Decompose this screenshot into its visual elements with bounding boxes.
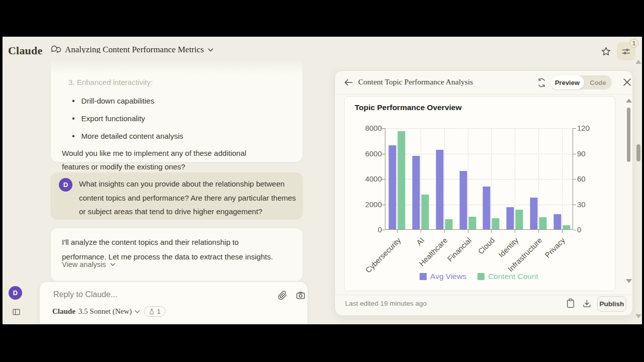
style-count-pill[interactable]: 1 bbox=[144, 306, 166, 317]
conversation-title-menu[interactable]: Analyzing Content Performance Metrics bbox=[51, 45, 213, 55]
bar-group bbox=[530, 198, 546, 229]
x-axis-label: Financial bbox=[445, 236, 472, 263]
bar-group bbox=[459, 171, 476, 229]
x-axis-label: Cybersecurity bbox=[364, 236, 403, 275]
download-icon bbox=[583, 299, 591, 308]
bar-group bbox=[507, 207, 523, 229]
bar-content-count bbox=[468, 217, 476, 229]
bar-group bbox=[413, 156, 429, 229]
axis-tick-label: 0 bbox=[577, 225, 581, 234]
bar-content-count bbox=[539, 217, 546, 229]
bar-avg-views bbox=[483, 187, 491, 229]
favorite-star-button[interactable] bbox=[599, 45, 612, 58]
user-avatar: D bbox=[59, 178, 72, 192]
refresh-icon bbox=[537, 78, 546, 87]
list-item: •Drill-down capabilities bbox=[72, 94, 183, 108]
bar-group bbox=[483, 187, 500, 229]
copy-button[interactable] bbox=[566, 298, 576, 308]
reply-input[interactable]: Reply to Claude... bbox=[53, 290, 117, 299]
chevron-down-icon bbox=[110, 263, 115, 266]
reply-composer[interactable]: Reply to Claude... Claude 3.5 Sonnet (Ne… bbox=[39, 282, 308, 324]
axis-tick-label: 2000 bbox=[365, 200, 382, 209]
sidebar-toggle-button[interactable] bbox=[11, 306, 22, 317]
artifact-panel: Content Topic Performance Analysis Previ… bbox=[335, 70, 633, 316]
chart-legend: Avg ViewsContent Count bbox=[385, 272, 573, 281]
clipboard-icon bbox=[567, 299, 575, 308]
artifact-header: Content Topic Performance Analysis Previ… bbox=[335, 71, 632, 95]
claude-logo: Claude bbox=[8, 44, 42, 57]
legend-swatch bbox=[477, 273, 485, 280]
chevron-down-icon bbox=[135, 310, 140, 313]
download-button[interactable] bbox=[582, 298, 592, 308]
axis-tick-label: 4000 bbox=[365, 174, 382, 184]
numbered-list-item: 3. Enhanced interactivity: bbox=[68, 78, 153, 86]
tab-code[interactable]: Code bbox=[584, 79, 612, 86]
list-item: •Export functionality bbox=[72, 112, 183, 125]
bar-avg-views bbox=[459, 171, 467, 229]
assistant-message-1: 3. Enhanced interactivity: •Drill-down c… bbox=[50, 55, 303, 162]
artifact-title: Content Topic Performance Analysis bbox=[358, 77, 473, 86]
artifact-scrollbar-up-arrow[interactable] bbox=[626, 99, 632, 103]
screenshot-button[interactable] bbox=[295, 290, 306, 301]
publish-button[interactable]: Publish bbox=[597, 296, 626, 312]
controls-count-badge: 1 bbox=[629, 39, 638, 48]
bar-avg-views bbox=[553, 214, 561, 229]
x-axis-label: AI bbox=[415, 236, 426, 247]
bar-content-count bbox=[492, 218, 500, 229]
axis-tick-label: 120 bbox=[577, 124, 590, 133]
attach-file-button[interactable] bbox=[277, 290, 288, 301]
app-window: Claude Analyzing Content Performance Met… bbox=[3, 37, 642, 324]
close-artifact-button[interactable] bbox=[622, 77, 632, 87]
axis-tick-label: 8000 bbox=[365, 124, 382, 133]
bar-avg-views bbox=[507, 207, 514, 229]
artifact-scrollbar-thumb[interactable] bbox=[627, 108, 630, 162]
bar-avg-views bbox=[413, 156, 420, 229]
chart-title: Topic Performance Overview bbox=[355, 103, 462, 112]
legend-item: Content Count bbox=[477, 272, 538, 281]
legend-label: Avg Views bbox=[430, 272, 466, 281]
page-scrollbar-thumb[interactable] bbox=[636, 144, 640, 161]
bar-group bbox=[436, 150, 452, 229]
bar-avg-views bbox=[530, 198, 537, 229]
view-mode-toggle: Preview Code bbox=[550, 75, 612, 89]
page-scrollbar-down-arrow[interactable] bbox=[635, 314, 641, 318]
flask-icon bbox=[149, 309, 154, 315]
feature-bullet-list: •Drill-down capabilities •Export functio… bbox=[72, 94, 183, 147]
sliders-icon bbox=[621, 47, 631, 56]
back-button[interactable] bbox=[343, 76, 355, 88]
axis-tick-label: 30 bbox=[577, 200, 586, 209]
chat-bubbles-icon bbox=[51, 45, 61, 55]
bar-content-count bbox=[562, 225, 570, 229]
last-edited-label: Last edited 19 minutes ago bbox=[345, 300, 427, 307]
bar-content-count bbox=[398, 131, 406, 229]
legend-swatch bbox=[420, 273, 427, 280]
chart-card: Topic Performance Overview 0200040006000… bbox=[344, 96, 615, 291]
axis-tick-label: 90 bbox=[577, 149, 586, 158]
arrow-left-icon bbox=[344, 79, 353, 86]
legend-item: Avg Views bbox=[420, 272, 466, 281]
view-analysis-toggle[interactable]: View analysis bbox=[62, 260, 115, 268]
sidebar-icon bbox=[12, 308, 21, 316]
close-icon bbox=[623, 78, 631, 86]
bar-avg-views bbox=[436, 150, 443, 229]
user-message: D What insights can you provide about th… bbox=[50, 172, 303, 220]
page-scrollbar-up-arrow[interactable] bbox=[635, 60, 641, 64]
x-axis-label: Privacy bbox=[543, 236, 567, 259]
model-selector[interactable]: Claude 3.5 Sonnet (New) bbox=[52, 307, 140, 316]
artifact-scrollbar-down-arrow[interactable] bbox=[626, 279, 632, 283]
camera-icon bbox=[296, 291, 305, 300]
account-avatar-button[interactable]: D bbox=[9, 286, 22, 300]
bar-content-count bbox=[516, 210, 523, 229]
x-axis-label: Cloud bbox=[476, 236, 497, 256]
list-item: •More detailed content analysis bbox=[72, 129, 183, 143]
bar-group bbox=[389, 131, 406, 229]
left-axis-labels: 02000400060008000 bbox=[352, 128, 382, 230]
paperclip-icon bbox=[278, 291, 287, 300]
axis-tick-label: 6000 bbox=[365, 149, 382, 158]
closing-question: Would you like me to implement any of th… bbox=[62, 146, 267, 173]
refresh-button[interactable] bbox=[536, 77, 546, 87]
tab-preview[interactable]: Preview bbox=[550, 75, 584, 89]
assistant-message-2: I'll analyze the content topics and thei… bbox=[50, 228, 303, 282]
chevron-down-icon bbox=[208, 48, 213, 52]
bar-avg-views bbox=[389, 145, 396, 229]
